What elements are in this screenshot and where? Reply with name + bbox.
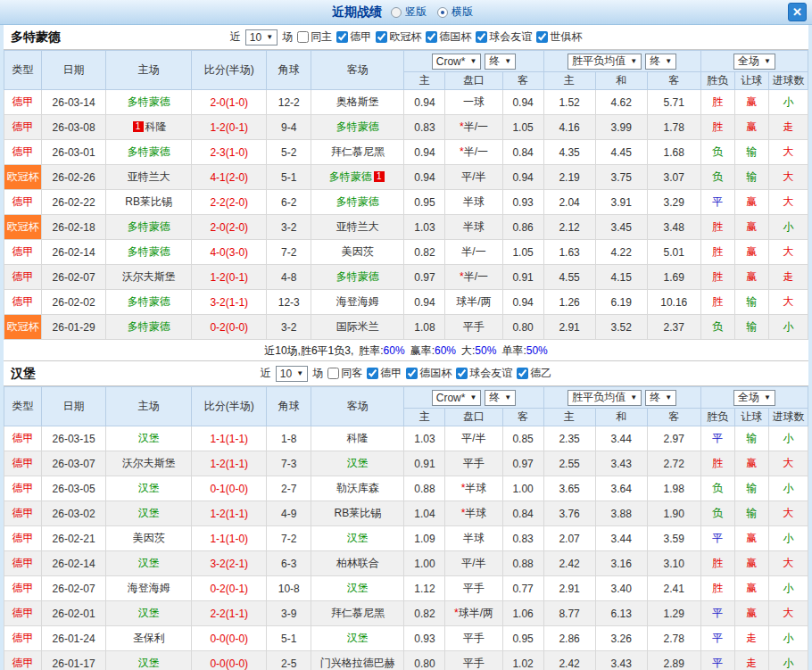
same-venue-checkbox[interactable]: 同主 — [297, 29, 332, 45]
match-row: 德甲26-03-01多特蒙德2-3(1-0)5-2拜仁慕尼黑0.94*半/一0.… — [4, 140, 808, 165]
league-filter-checkbox[interactable]: 德甲 — [336, 29, 371, 45]
league-checkbox-label: 德国杯 — [439, 29, 471, 45]
chevron-down-icon: ▼ — [504, 57, 511, 65]
score-cell: 3-2(1-1) — [192, 290, 267, 315]
euro-away-odds-cell: 3.07 — [647, 165, 700, 190]
date-cell: 26-03-01 — [42, 140, 106, 165]
col-asia-away: 客 — [502, 72, 543, 90]
corner-cell: 1-8 — [267, 426, 311, 451]
league-filter-checkbox[interactable]: 德甲 — [367, 366, 402, 381]
away-team-cell: 门兴格拉德巴赫 — [311, 651, 404, 670]
league-checkbox-input[interactable] — [517, 368, 528, 379]
asia-away-odds-cell: 0.93 — [502, 190, 543, 215]
league-checkbox-input[interactable] — [367, 368, 378, 379]
date-cell: 26-01-17 — [42, 651, 106, 670]
handicap-result-cell: 赢 — [734, 451, 768, 476]
match-count-dropdown[interactable]: 10▼ — [276, 366, 308, 382]
red-card-badge: 1 — [133, 121, 144, 132]
euro-draw-odds-cell: 3.75 — [595, 165, 647, 190]
home-team-cell: 圣保利 — [106, 626, 192, 651]
league-filter-checkbox[interactable]: 球会友谊 — [476, 29, 532, 45]
score-cell: 2-0(2-0) — [192, 215, 267, 240]
team-name-text: 亚特兰大 — [128, 170, 170, 183]
score-cell: 3-2(2-1) — [192, 551, 267, 576]
scope-dropdown[interactable]: 全场▼ — [733, 390, 775, 406]
league-checkbox-input[interactable] — [336, 31, 348, 43]
date-cell: 26-03-07 — [42, 451, 106, 476]
asia-home-odds-cell: 1.09 — [404, 526, 445, 551]
europe-final-dropdown[interactable]: 终▼ — [645, 390, 676, 406]
euro-draw-odds-cell: 4.15 — [595, 265, 647, 290]
asia-final-dropdown[interactable]: 终▼ — [485, 390, 516, 406]
league-checkbox-input[interactable] — [426, 31, 437, 43]
euro-home-odds-cell: 2.19 — [543, 165, 595, 190]
euro-draw-odds-cell: 3.16 — [595, 551, 647, 576]
home-team-cell: 汉堡 — [106, 651, 192, 670]
date-cell: 26-02-18 — [42, 215, 106, 240]
handicap-cell: 平手 — [445, 576, 502, 601]
asia-away-odds-cell: 0.84 — [502, 140, 543, 165]
league-checkbox-input[interactable] — [476, 31, 487, 43]
team-name-text: 汉堡 — [347, 457, 369, 469]
league-checkbox-input[interactable] — [376, 31, 387, 43]
league-checkbox-input[interactable] — [456, 368, 468, 379]
league-checkbox-label: 球会友谊 — [469, 366, 512, 381]
league-filter-checkbox[interactable]: 世俱杯 — [536, 29, 582, 45]
match-count-dropdown[interactable]: 10▼ — [245, 29, 278, 45]
result-cell: 胜 — [700, 576, 734, 601]
corner-cell: 2-5 — [267, 651, 311, 670]
europe-avg-dropdown[interactable]: 胜平负均值▼ — [568, 390, 642, 406]
vertical-layout-radio[interactable] — [391, 7, 402, 18]
euro-draw-odds-cell: 6.19 — [595, 290, 647, 315]
date-cell: 26-02-02 — [42, 290, 106, 315]
asia-home-odds-cell: 0.94 — [404, 290, 445, 315]
col-result: 胜负 — [700, 409, 734, 426]
euro-home-odds-cell: 2.55 — [543, 451, 595, 476]
col-handicap: 盘口 — [445, 409, 502, 426]
record-summary: 近10场,胜6平1负3,胜率:60%赢率:60%大:50%单率:50% — [4, 340, 808, 361]
col-euro-home: 主 — [543, 409, 595, 426]
asia-final-dropdown[interactable]: 终▼ — [485, 54, 516, 70]
euro-home-odds-cell: 1.26 — [543, 290, 595, 315]
league-filter-checkbox[interactable]: 德国杯 — [406, 366, 452, 381]
away-team-cell: 海登海姆 — [311, 290, 404, 315]
same-venue-checkbox-input[interactable] — [327, 368, 339, 379]
away-team-cell: 美因茨 — [311, 240, 404, 265]
same-venue-checkbox-input[interactable] — [297, 31, 309, 43]
europe-avg-dropdown[interactable]: 胜平负均值▼ — [568, 54, 642, 70]
close-button[interactable]: ✕ — [788, 3, 807, 21]
asia-away-odds-cell: 1.02 — [502, 651, 543, 670]
euro-draw-odds-cell: 3.45 — [595, 215, 647, 240]
goals-result-cell: 小 — [768, 426, 808, 451]
corner-cell: 7-3 — [267, 451, 311, 476]
league-filter-checkbox[interactable]: 德乙 — [517, 366, 551, 381]
handicap-result-cell: 走 — [734, 651, 768, 670]
chevron-down-icon: ▼ — [665, 393, 672, 401]
bookmaker-dropdown[interactable]: Crow*▼ — [432, 54, 482, 70]
team-name-text: 奥格斯堡 — [336, 95, 379, 108]
europe-final-dropdown[interactable]: 终▼ — [645, 54, 676, 70]
chevron-down-icon: ▼ — [504, 393, 511, 401]
league-filter-list: 德甲德国杯球会友谊德乙 — [367, 366, 551, 381]
same-venue-checkbox[interactable]: 同客 — [327, 366, 362, 381]
goals-result-cell: 小 — [768, 90, 808, 115]
league-type-cell: 德甲 — [4, 290, 42, 315]
league-filter-checkbox[interactable]: 欧冠杯 — [376, 29, 421, 45]
league-checkbox-input[interactable] — [536, 31, 548, 43]
corner-cell: 3-2 — [267, 215, 311, 240]
result-cell: 负 — [700, 165, 734, 190]
near-label: 近 — [261, 366, 271, 381]
horizontal-layout-radio[interactable] — [437, 7, 448, 18]
goals-result-cell: 大 — [768, 165, 808, 190]
league-filter-checkbox[interactable]: 球会友谊 — [456, 366, 512, 381]
chevron-down-icon: ▼ — [665, 57, 672, 65]
col-euro-draw: 和 — [595, 72, 647, 90]
scope-dropdown[interactable]: 全场▼ — [733, 54, 775, 70]
col-euro-home: 主 — [543, 72, 595, 90]
league-type-cell: 德甲 — [4, 140, 42, 165]
handicap-result-cell: 赢 — [734, 576, 768, 601]
league-filter-checkbox[interactable]: 德国杯 — [426, 29, 471, 45]
bookmaker-dropdown[interactable]: Crow*▼ — [432, 390, 482, 406]
euro-draw-odds-cell: 3.91 — [595, 190, 647, 215]
league-checkbox-input[interactable] — [406, 368, 418, 379]
